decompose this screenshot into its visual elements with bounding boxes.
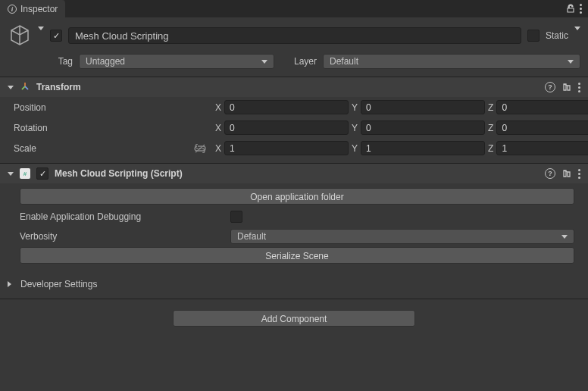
help-icon[interactable]: ? xyxy=(545,168,555,179)
rotation-row: Rotation X Y Z xyxy=(0,117,588,138)
rotation-label: Rotation xyxy=(14,123,212,133)
position-label: Position xyxy=(14,102,212,113)
enable-debug-row: Enable Application Debugging xyxy=(20,208,574,226)
gameobject-icon[interactable] xyxy=(8,23,32,48)
static-label: Static xyxy=(546,30,568,41)
position-y-input[interactable] xyxy=(361,100,485,114)
enable-debug-label: Enable Application Debugging xyxy=(20,211,224,222)
layer-value: Default xyxy=(330,56,358,67)
axis-z-label: Z xyxy=(488,102,493,113)
gameobject-name-input[interactable] xyxy=(68,27,521,44)
tag-value: Untagged xyxy=(86,56,125,67)
foldout-closed-icon xyxy=(8,281,14,287)
verbosity-label: Verbosity xyxy=(20,231,224,242)
static-dropdown-arrow-icon[interactable] xyxy=(574,30,580,41)
script-enabled-checkbox[interactable] xyxy=(36,167,48,180)
rotation-y-input[interactable] xyxy=(361,120,485,135)
inspector-tab[interactable]: i Inspector xyxy=(0,0,65,17)
inspector-icon: i xyxy=(8,5,17,14)
scale-label-wrap: Scale xyxy=(14,143,212,154)
preset-icon[interactable] xyxy=(561,82,572,92)
rotation-x-input[interactable] xyxy=(224,120,349,135)
script-component-header[interactable]: # Mesh Cloud Scripting (Script) ? xyxy=(0,164,588,183)
developer-settings-title: Developer Settings xyxy=(20,279,97,289)
static-checkbox[interactable] xyxy=(527,30,540,42)
tab-bar: i Inspector xyxy=(0,0,588,17)
layer-dropdown[interactable]: Default xyxy=(323,54,580,69)
scale-z-input[interactable] xyxy=(496,141,588,155)
position-row: Position X Y Z xyxy=(0,97,588,117)
position-z-input[interactable] xyxy=(496,100,588,114)
rotation-z-input[interactable] xyxy=(496,120,588,135)
csharp-script-icon: # xyxy=(20,168,30,179)
verbosity-value: Default xyxy=(237,231,266,242)
scale-y-input[interactable] xyxy=(361,141,485,155)
tag-label: Tag xyxy=(44,56,73,67)
transform-header[interactable]: Transform ? xyxy=(0,77,588,97)
lock-icon[interactable] xyxy=(566,4,575,14)
layer-label: Layer xyxy=(280,56,317,67)
constrain-proportions-icon[interactable] xyxy=(194,144,208,153)
chevron-down-icon xyxy=(261,60,267,64)
verbosity-dropdown[interactable]: Default xyxy=(230,229,574,244)
axis-x-label: X xyxy=(215,102,221,113)
tab-title: Inspector xyxy=(20,4,58,14)
script-title: Mesh Cloud Scripting (Script) xyxy=(55,168,183,179)
chevron-down-icon xyxy=(561,235,568,239)
scale-row: Scale X Y Z xyxy=(0,138,588,158)
component-menu-icon[interactable] xyxy=(578,169,580,179)
open-application-folder-button[interactable]: Open application folder xyxy=(20,188,574,205)
script-body: Open application folder Enable Applicati… xyxy=(0,183,588,274)
verbosity-row: Verbosity Default xyxy=(20,226,574,247)
add-component-row: Add Component xyxy=(0,301,588,327)
scale-label: Scale xyxy=(14,143,36,154)
tab-menu-icon[interactable] xyxy=(580,4,582,14)
transform-icon xyxy=(20,82,30,92)
dropdown-arrow-icon[interactable] xyxy=(38,30,44,41)
foldout-open-icon xyxy=(8,172,14,176)
position-x-input[interactable] xyxy=(224,100,349,114)
transform-title: Transform xyxy=(36,82,81,92)
help-icon[interactable]: ? xyxy=(545,82,555,92)
gameobject-header: Static xyxy=(0,17,588,51)
tag-dropdown[interactable]: Untagged xyxy=(79,54,274,69)
add-component-button[interactable]: Add Component xyxy=(173,310,415,327)
enabled-checkbox[interactable] xyxy=(50,30,62,42)
tag-layer-row: Tag Untagged Layer Default xyxy=(0,51,588,77)
axis-y-label: Y xyxy=(352,102,358,113)
foldout-open-icon xyxy=(8,86,14,89)
enable-debug-checkbox[interactable] xyxy=(230,211,242,223)
component-menu-icon[interactable] xyxy=(578,83,580,92)
serialize-scene-button[interactable]: Serialize Scene xyxy=(20,247,574,264)
chevron-down-icon xyxy=(568,60,574,64)
preset-icon[interactable] xyxy=(561,168,572,179)
scale-x-input[interactable] xyxy=(224,141,349,155)
developer-settings-header[interactable]: Developer Settings xyxy=(0,274,588,294)
